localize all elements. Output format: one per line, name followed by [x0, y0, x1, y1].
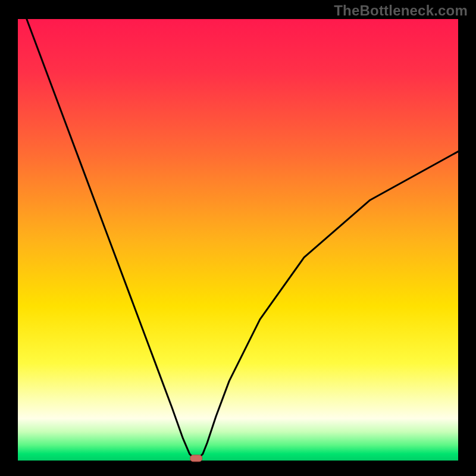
chart-frame: TheBottleneck.com	[0, 0, 476, 476]
plot-area	[18, 19, 458, 461]
watermark-text: TheBottleneck.com	[334, 2, 468, 19]
bottleneck-chart	[0, 0, 476, 476]
optimal-point-marker	[190, 455, 202, 462]
